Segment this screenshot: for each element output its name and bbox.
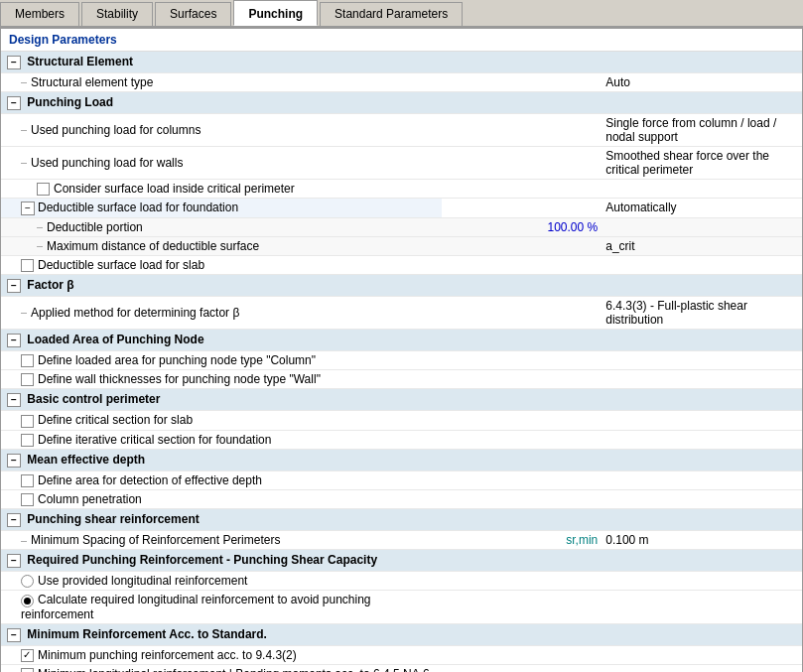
param-label: Define area for detection of effective d… (1, 470, 442, 489)
value-secondary (602, 591, 802, 623)
param-label: Deductible portion (1, 217, 442, 236)
group-mean-effective: − Mean effective depth (1, 449, 802, 470)
table-row: −Deductible surface load for foundation … (1, 198, 802, 217)
tab-bar: Members Stability Surfaces Punching Stan… (0, 0, 803, 28)
tab-standard-parameters[interactable]: Standard Parameters (320, 2, 463, 26)
param-label: Minimum Spacing of Reinforcement Perimet… (1, 531, 442, 550)
value-primary (442, 72, 602, 91)
value-primary (442, 370, 602, 389)
checkbox[interactable] (21, 493, 34, 506)
value-primary (442, 591, 602, 623)
checkbox[interactable] (21, 474, 34, 487)
value-primary (442, 470, 602, 489)
value-secondary: Automatically (602, 198, 802, 217)
param-label: Calculate required longitudinal reinforc… (1, 591, 442, 623)
value-primary (442, 430, 602, 449)
collapse-icon-structural-element[interactable]: − (7, 56, 21, 69)
value-primary: 100.00 % (442, 217, 602, 236)
value-secondary (602, 470, 802, 489)
value-primary (442, 350, 602, 369)
tab-surfaces[interactable]: Surfaces (155, 2, 231, 26)
tree-indent (21, 163, 27, 164)
param-label: Used punching load for columns (1, 113, 442, 146)
checkbox[interactable] (21, 434, 34, 447)
param-label: Used punching load for walls (1, 146, 442, 179)
table-row: Minimum longitudinal reinforcement | Ben… (1, 664, 802, 672)
param-label: Column penetration (1, 490, 442, 509)
design-params-header: Design Parameters (1, 29, 802, 52)
value-primary (442, 198, 602, 217)
value-label: sr,min (442, 531, 602, 550)
collapse-icon-factor-beta[interactable]: − (7, 279, 21, 293)
table-row: Used punching load for walls Smoothed sh… (1, 146, 802, 179)
table-row: Column penetration (1, 490, 802, 509)
checkbox[interactable] (37, 183, 50, 196)
tree-indent (21, 313, 27, 314)
table-row: Use provided longitudinal reinforcement (1, 572, 802, 591)
table-row: Define critical section for slab (1, 411, 802, 430)
collapse-icon-punching-shear-reinf[interactable]: − (7, 513, 21, 527)
table-row: Minimum punching reinforcement acc. to 9… (1, 645, 802, 664)
collapse-icon-mean-effective[interactable]: − (7, 454, 21, 468)
table-row: Maximum distance of deductible surface a… (1, 236, 802, 255)
value-primary (442, 490, 602, 509)
value-secondary (602, 411, 802, 430)
value-primary (442, 179, 602, 198)
radio[interactable] (21, 595, 34, 607)
param-label: Use provided longitudinal reinforcement (1, 572, 442, 591)
value-secondary (602, 179, 802, 198)
checkbox[interactable] (21, 668, 34, 672)
value-primary (442, 411, 602, 430)
value-primary (442, 572, 602, 591)
value-secondary (602, 370, 802, 389)
param-label: Consider surface load inside critical pe… (1, 179, 442, 198)
value-secondary (602, 645, 802, 664)
value-secondary (602, 217, 802, 236)
table-row: Deductible portion 100.00 % (1, 217, 802, 236)
value-secondary (602, 255, 802, 274)
group-factor-beta: − Factor β (1, 275, 802, 297)
checkbox[interactable] (21, 649, 34, 662)
checkbox[interactable] (21, 373, 34, 386)
param-label: Minimum punching reinforcement acc. to 9… (1, 645, 442, 664)
tab-stability[interactable]: Stability (81, 2, 153, 26)
param-label: Define iterative critical section for fo… (1, 430, 442, 449)
collapse-icon-basic-control[interactable]: − (7, 393, 21, 407)
param-label: Applied method for determining factor β (1, 296, 442, 329)
value-secondary (602, 572, 802, 591)
checkbox[interactable] (21, 259, 34, 272)
value-primary (442, 645, 602, 664)
tree-indent (37, 246, 43, 247)
table-row: Structural element type Auto (1, 72, 802, 91)
params-table: − Structural Element Structural element … (1, 52, 802, 672)
collapse-icon-punching-load[interactable]: − (7, 96, 21, 110)
param-label: Deductible surface load for slab (1, 255, 442, 274)
value-secondary: Smoothed shear force over the critical p… (602, 146, 802, 179)
tab-members[interactable]: Members (0, 2, 79, 26)
value-primary (442, 146, 602, 179)
param-label: −Deductible surface load for foundation (1, 198, 442, 217)
param-label: Define wall thicknesses for punching nod… (1, 370, 442, 389)
group-structural-element: − Structural Element (1, 52, 802, 72)
param-label: Maximum distance of deductible surface (1, 236, 442, 255)
value-secondary: Single force from column / load / nodal … (602, 113, 802, 146)
checkbox[interactable] (21, 415, 34, 428)
group-punching-load: − Punching Load (1, 91, 802, 113)
collapse-icon-min-reinf[interactable]: − (7, 628, 21, 642)
table-row: Minimum Spacing of Reinforcement Perimet… (1, 531, 802, 550)
checkbox[interactable] (21, 354, 34, 367)
param-label: Minimum longitudinal reinforcement | Ben… (1, 664, 442, 672)
table-row: Applied method for determining factor β … (1, 296, 802, 329)
radio[interactable] (21, 575, 34, 588)
table-row: Define area for detection of effective d… (1, 470, 802, 489)
value-secondary: 6.4.3(3) - Full-plastic shear distributi… (602, 296, 802, 329)
table-row: Consider surface load inside critical pe… (1, 179, 802, 198)
collapse-icon[interactable]: − (21, 202, 35, 215)
value-secondary (602, 350, 802, 369)
table-row: Used punching load for columns Single fo… (1, 113, 802, 146)
param-label: Structural element type (1, 72, 442, 91)
value-primary (442, 236, 602, 255)
collapse-icon-loaded-area[interactable]: − (7, 334, 21, 347)
collapse-icon-required-punching[interactable]: − (7, 554, 21, 568)
tab-punching[interactable]: Punching (233, 0, 318, 26)
